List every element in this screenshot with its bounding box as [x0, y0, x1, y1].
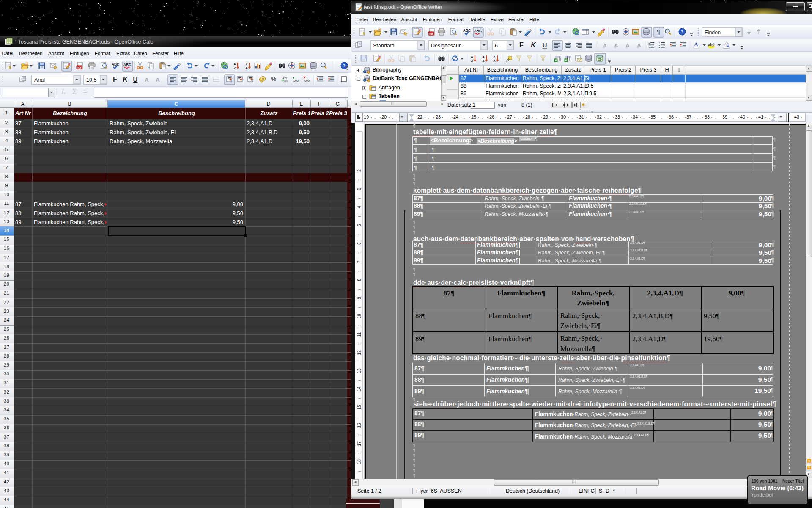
svg-text:¶: ¶ — [657, 28, 660, 35]
svg-text:,00: ,00 — [283, 80, 287, 83]
svg-text:3: 3 — [648, 46, 650, 49]
svg-text:PDF: PDF — [429, 33, 434, 35]
svg-text:•: • — [659, 46, 660, 49]
svg-text:,000: ,000 — [293, 79, 299, 82]
svg-text:ABC: ABC — [123, 63, 131, 67]
svg-text:A: A — [156, 77, 160, 83]
svg-text:ABC: ABC — [112, 62, 119, 66]
svg-text:A: A — [233, 62, 236, 66]
svg-text:A: A — [145, 77, 149, 83]
svg-text:Z: Z — [494, 55, 496, 59]
svg-text:Z: Z — [471, 59, 473, 63]
svg-text:A: A — [471, 55, 473, 59]
svg-text:A: A — [482, 55, 485, 59]
svg-text:K: K — [531, 41, 536, 49]
svg-text:Z: Z — [483, 59, 485, 63]
svg-text:?: ? — [343, 63, 346, 68]
svg-text:PDF: PDF — [77, 66, 82, 69]
svg-text:10,5: 10,5 — [86, 77, 96, 83]
svg-text:5%: 5% — [282, 76, 287, 80]
svg-text:Finden: Finden — [705, 30, 721, 36]
svg-text:Arial: Arial — [34, 77, 45, 83]
svg-text:,000: ,000 — [304, 79, 310, 82]
svg-text:F: F — [519, 41, 524, 49]
svg-text:U: U — [543, 41, 547, 49]
svg-text:Designosaur: Designosaur — [431, 43, 461, 49]
svg-text:A: A — [493, 59, 496, 63]
svg-text:Z: Z — [246, 62, 248, 66]
svg-text:F: F — [113, 76, 117, 83]
svg-text:Standard: Standard — [373, 43, 395, 49]
svg-text:K: K — [123, 76, 128, 83]
svg-text:%: % — [271, 76, 276, 83]
svg-text:?: ? — [681, 29, 683, 34]
svg-text:A: A — [245, 66, 248, 70]
svg-text:ABC: ABC — [474, 29, 482, 33]
svg-text:ABC: ABC — [463, 28, 471, 33]
svg-text:Z: Z — [234, 66, 236, 70]
svg-text:A: A — [694, 41, 698, 47]
svg-text:6: 6 — [495, 43, 498, 49]
svg-text:$: $ — [262, 77, 264, 81]
svg-text:U: U — [133, 76, 138, 83]
